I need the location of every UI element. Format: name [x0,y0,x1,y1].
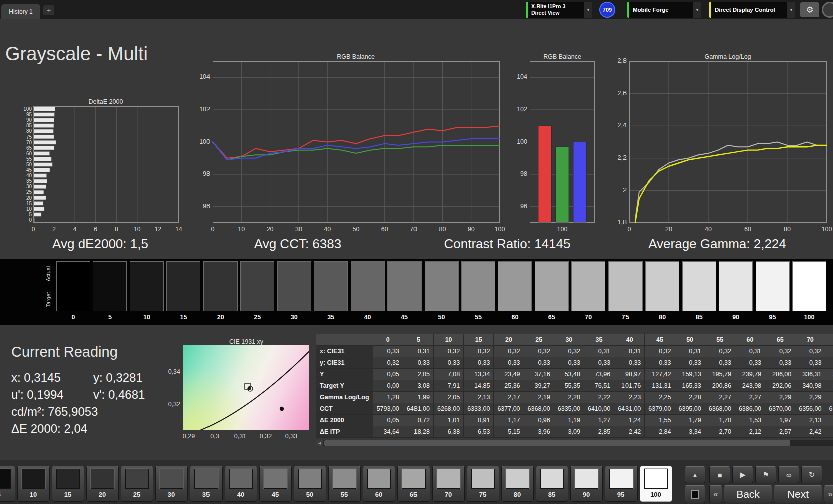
scroll-left-arrow[interactable]: ◀ [316,440,323,446]
table-column-header: 0 [373,334,403,346]
table-cell: 6,38 [434,426,464,438]
table-cell: 18,28 [403,426,433,438]
sample-button-55[interactable]: 55 [328,466,361,502]
sample-swatch [56,469,80,489]
table-cell: 3,08 [403,380,433,392]
table-cell: 7,08 [434,369,464,380]
de-bar [34,179,47,183]
axis-tick: 40 [7,173,32,178]
table-horizontal-scrollbar[interactable]: ◀ [316,440,833,446]
cie-1931-chart [183,345,309,430]
sample-button-20[interactable]: 20 [86,466,119,502]
table-cell: 159,13 [675,369,705,380]
table-cell: 1,19 [554,415,584,426]
table-cell: 2,84 [645,426,675,438]
de-bar [34,163,52,167]
sample-button-35[interactable]: 35 [190,466,223,502]
table-cell: 2,29 [765,392,795,403]
next-button[interactable]: Next [774,485,822,503]
avg-cct-stat: Avg CCT: 6383 [254,236,341,252]
display-control-dropdown[interactable]: Direct Display Control ▼ [709,2,795,18]
table-cell: 1,28 [373,392,403,403]
swatch-label-70: 70 [571,314,605,321]
axis-tick: 0 [7,217,32,223]
back-page-button[interactable]: « [709,485,722,503]
sample-button-90[interactable]: 90 [570,466,603,502]
cie-chart-title: CIE 1931 xy [229,338,263,345]
next-page-button[interactable]: » [824,485,833,503]
table-column-header: 40 [614,334,645,346]
sample-button-65[interactable]: 65 [397,466,430,502]
rec709-badge[interactable]: 709 [599,2,615,18]
sample-button-85[interactable]: 85 [536,466,568,502]
sample-button-10[interactable]: 10 [17,466,50,502]
settings-button[interactable]: ⚙ [800,2,819,17]
chevron-right-icon: » [828,489,832,499]
table-row-label: x: CIE31 [316,346,373,357]
scroll-up-button[interactable]: ▲ [685,466,705,483]
table-column-header: 10 [434,334,464,346]
table-cell: 39,27 [524,380,554,392]
swatch-label-5: 5 [93,314,127,321]
meter-dropdown[interactable]: X-Rite i1Pro 3 Direct View ▼ [526,2,592,18]
sample-button-5[interactable]: 5 [0,466,15,502]
cie-ytick: 0,32 [156,401,180,408]
sample-button-80[interactable]: 80 [501,466,534,502]
table-cell: 0,32 [373,357,403,369]
table-cell: 3,34 [675,426,705,438]
sample-button-60[interactable]: 60 [363,466,395,502]
sample-swatch [333,469,356,489]
table-row: Target Y0,003,087,9114,8525,3639,2755,35… [316,380,833,392]
grayscale-swatch-0 [56,261,90,311]
table-row: Gamma Log/Log1,281,992,052,132,172,192,2… [316,392,833,403]
table-cell: 2,42 [795,426,825,438]
sample-button-100[interactable]: 100 [640,466,672,502]
sample-swatch [194,469,218,489]
table-cell: 73,96 [584,369,614,380]
sample-button-25[interactable]: 25 [121,466,153,502]
swatch-label-55: 55 [461,314,495,321]
table-cell: 2,23 [614,392,645,403]
table-cell: 1,01 [434,415,464,426]
axis-tick: 96 [502,203,527,210]
table-column-header: 65 [765,334,795,346]
grayscale-swatch-55 [461,261,495,311]
sample-button-70[interactable]: 70 [432,466,465,502]
table-cell: 0,32 [765,346,795,357]
sample-button-50[interactable]: 50 [294,466,326,502]
table-cell: 1,99 [403,392,433,403]
sample-button-40[interactable]: 40 [225,466,257,502]
tab-history-1[interactable]: History 1 [1,4,40,19]
green-bar [556,147,569,222]
sample-button-30[interactable]: 30 [155,466,188,502]
loop-button[interactable]: ↻ [801,466,822,483]
table-cell: 6395,00 [675,403,705,415]
source-dropdown[interactable]: Mobile Forge ▼ [627,2,701,18]
table-cell: 0,91 [464,415,494,426]
axis-tick: 98 [502,171,527,178]
deltae-chart [33,106,179,223]
table-cell: 1,94 [825,415,833,426]
table-cell: 0,33 [614,357,645,369]
sample-button-95[interactable]: 95 [605,466,638,502]
play-button[interactable]: ▶ [732,466,753,483]
sample-label: 45 [260,491,291,498]
continuous-button[interactable]: ∞ [778,466,799,483]
sample-button-45[interactable]: 45 [259,466,292,502]
table-cell: 0,33 [705,357,735,369]
sample-swatch [229,469,253,489]
sample-label: 10 [18,491,49,498]
scrollbar-thumb[interactable] [324,440,790,446]
sample-button-15[interactable]: 15 [52,466,84,502]
status-circle-icon[interactable] [822,2,833,18]
pattern-window-button[interactable] [685,485,705,503]
sample-button-75[interactable]: 75 [467,466,499,502]
flag-button[interactable]: ⚑ [755,466,776,483]
de-bar [34,146,54,150]
table-cell: 200,86 [705,380,735,392]
axis-tick: 70 [7,140,32,145]
back-button[interactable]: Back [724,485,772,503]
chevron-down-icon: ▼ [787,2,795,18]
add-tab-button[interactable]: + [43,5,54,15]
stop-button[interactable]: ■ [709,466,730,483]
